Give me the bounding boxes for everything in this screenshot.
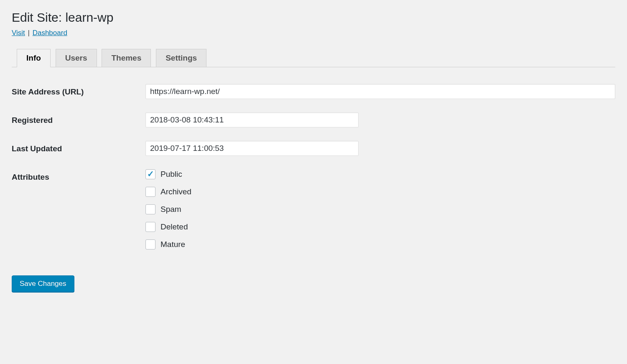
checkbox-mature[interactable] [145, 239, 155, 249]
form-table: Site Address (URL) Registered Last Updat… [12, 84, 615, 263]
checkbox-label-public[interactable]: Public [161, 170, 182, 179]
submit-wrap: Save Changes [12, 275, 615, 292]
visit-link[interactable]: Visit [12, 29, 25, 37]
row-registered: Registered [12, 112, 615, 141]
link-separator: | [26, 29, 32, 37]
label-attributes: Attributes [12, 169, 145, 263]
row-site-address: Site Address (URL) [12, 84, 615, 112]
checkbox-label-mature[interactable]: Mature [161, 240, 185, 249]
checkbox-row-mature: Mature [145, 239, 615, 249]
last-updated-input[interactable] [145, 141, 359, 156]
site-address-input[interactable] [145, 84, 615, 99]
tab-settings[interactable]: Settings [156, 49, 206, 67]
checkbox-row-public: Public [145, 169, 615, 179]
row-attributes: Attributes Public Archived Spam Deleted [12, 169, 615, 263]
label-last-updated: Last Updated [12, 141, 145, 169]
tab-themes[interactable]: Themes [102, 49, 151, 67]
label-site-address: Site Address (URL) [12, 84, 145, 112]
registered-input[interactable] [145, 112, 359, 127]
checkbox-row-spam: Spam [145, 204, 615, 214]
save-changes-button[interactable]: Save Changes [12, 275, 74, 292]
nav-tabs: Info Users Themes Settings [12, 49, 615, 67]
checkbox-spam[interactable] [145, 204, 155, 214]
tab-users[interactable]: Users [56, 49, 97, 67]
label-registered: Registered [12, 112, 145, 141]
page-title: Edit Site: learn-wp [12, 10, 615, 25]
checkbox-deleted[interactable] [145, 222, 155, 232]
attributes-checkbox-list: Public Archived Spam Deleted Mature [145, 169, 615, 249]
tab-info[interactable]: Info [17, 49, 51, 67]
row-last-updated: Last Updated [12, 141, 615, 169]
checkbox-label-spam[interactable]: Spam [161, 205, 181, 214]
checkbox-row-archived: Archived [145, 187, 615, 197]
subtitle-links: Visit | Dashboard [12, 29, 615, 37]
checkbox-label-archived[interactable]: Archived [161, 187, 191, 196]
checkbox-archived[interactable] [145, 187, 155, 197]
dashboard-link[interactable]: Dashboard [33, 29, 67, 37]
checkbox-row-deleted: Deleted [145, 222, 615, 232]
checkbox-label-deleted[interactable]: Deleted [161, 222, 188, 232]
checkbox-public[interactable] [145, 169, 155, 179]
